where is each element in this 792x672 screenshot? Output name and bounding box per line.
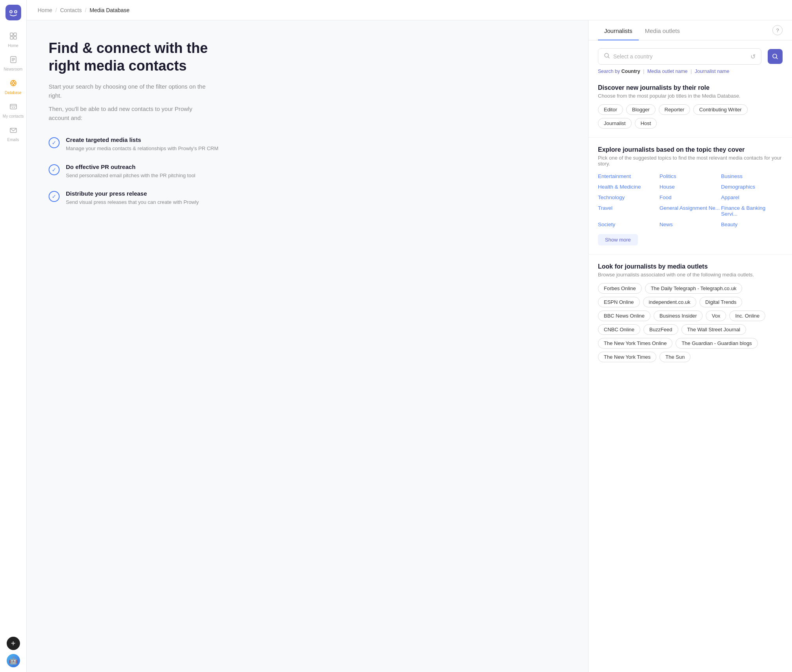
- topic-food[interactable]: Food: [659, 193, 721, 202]
- outlet-wsj[interactable]: The Wall Street Journal: [681, 324, 746, 335]
- search-bar: ↺: [598, 48, 761, 65]
- show-more-button[interactable]: Show more: [598, 234, 638, 245]
- feature-item-2: ✓ Do effective PR outreach Send personal…: [49, 163, 566, 180]
- topics-grid: Entertainment Politics Business Health &…: [598, 172, 783, 229]
- breadcrumb-contacts[interactable]: Contacts: [60, 7, 82, 13]
- roles-tags: Editor Blogger Reporter Contributing Wri…: [598, 104, 783, 129]
- feature-check-1: ✓: [49, 137, 60, 148]
- role-tag-blogger[interactable]: Blogger: [626, 104, 656, 115]
- sidebar-item-emails[interactable]: Emails: [0, 122, 26, 146]
- topic-demographics[interactable]: Demographics: [721, 183, 783, 191]
- feature-check-3: ✓: [49, 191, 60, 202]
- topic-technology[interactable]: Technology: [598, 193, 659, 202]
- outlet-digital-trends[interactable]: Digital Trends: [699, 297, 742, 307]
- outlet-nyt[interactable]: The New York Times: [598, 352, 656, 362]
- sidebar-item-database[interactable]: Database: [0, 75, 26, 99]
- outlets-section-subtitle: Browse journalists associated with one o…: [598, 272, 783, 278]
- topics-section-subtitle: Pick one of the suggested topics to find…: [598, 155, 783, 167]
- filter-journalist[interactable]: Journalist name: [695, 69, 729, 74]
- user-avatar[interactable]: 🤖: [7, 654, 20, 667]
- newsroom-icon: [9, 56, 17, 65]
- outlet-buzzfeed[interactable]: BuzzFeed: [643, 324, 678, 335]
- role-tag-journalist[interactable]: Journalist: [598, 118, 632, 129]
- feature-item-3: ✓ Distribute your press release Send vis…: [49, 190, 566, 206]
- help-button[interactable]: ?: [772, 25, 783, 35]
- contacts-icon: [9, 103, 17, 113]
- topic-beauty[interactable]: Beauty: [721, 220, 783, 229]
- home-icon: [9, 32, 17, 42]
- right-panel: Journalists Media outlets ?: [588, 20, 792, 672]
- outlet-vox[interactable]: Vox: [706, 311, 726, 321]
- sidebar-item-home[interactable]: Home: [0, 28, 26, 52]
- outlet-independent[interactable]: independent.co.uk: [643, 297, 696, 307]
- outlet-forbes[interactable]: Forbes Online: [598, 283, 642, 294]
- outlet-sun[interactable]: The Sun: [659, 352, 690, 362]
- outlet-telegraph[interactable]: The Daily Telegraph - Telegraph.co.uk: [645, 283, 742, 294]
- topic-entertainment[interactable]: Entertainment: [598, 172, 659, 180]
- feature-title-3: Distribute your press release: [66, 190, 199, 197]
- feature-desc-1: Manage your media contacts & relationshi…: [66, 145, 218, 153]
- role-tag-contributing-writer[interactable]: Contributing Writer: [693, 104, 747, 115]
- topic-finance[interactable]: Finance & Banking Servi...: [721, 204, 783, 218]
- topic-travel[interactable]: Travel: [598, 204, 659, 218]
- feature-text-1: Create targeted media lists Manage your …: [66, 136, 218, 153]
- svg-rect-5: [10, 33, 13, 36]
- topics-section: Explore journalists based on the topic t…: [589, 138, 792, 254]
- svg-rect-7: [10, 36, 13, 39]
- sidebar-item-contacts-label: My contacts: [3, 114, 24, 118]
- svg-rect-8: [14, 36, 16, 39]
- svg-point-15: [12, 82, 15, 84]
- svg-rect-0: [5, 5, 21, 20]
- main-wrapper: Home / Contacts / Media Database Find & …: [27, 0, 792, 672]
- hero-title: Find & connect with the right media cont…: [49, 39, 237, 74]
- tab-journalists[interactable]: Journalists: [598, 20, 639, 40]
- topic-general[interactable]: General Assignment Ne...: [659, 204, 721, 218]
- database-icon: [9, 79, 17, 89]
- content-area: Find & connect with the right media cont…: [27, 20, 792, 672]
- feature-item-1: ✓ Create targeted media lists Manage you…: [49, 136, 566, 153]
- outlet-guardian[interactable]: The Guardian - Guardian blogs: [676, 338, 757, 349]
- role-tag-host[interactable]: Host: [635, 118, 657, 129]
- breadcrumb-home[interactable]: Home: [38, 7, 52, 13]
- svg-line-28: [776, 58, 777, 59]
- search-input[interactable]: [613, 53, 747, 60]
- add-button[interactable]: +: [7, 637, 20, 650]
- topic-society[interactable]: Society: [598, 220, 659, 229]
- outlet-business-insider[interactable]: Business Insider: [654, 311, 703, 321]
- sidebar-item-newsroom-label: Newsroom: [4, 67, 23, 71]
- refresh-icon[interactable]: ↺: [750, 53, 756, 60]
- role-tag-editor[interactable]: Editor: [598, 104, 623, 115]
- role-tag-reporter[interactable]: Reporter: [659, 104, 690, 115]
- outlet-nyt-online[interactable]: The New York Times Online: [598, 338, 672, 349]
- topic-news[interactable]: News: [659, 220, 721, 229]
- feature-title-2: Do effective PR outreach: [66, 163, 195, 170]
- sidebar-item-emails-label: Emails: [7, 138, 19, 142]
- topic-business[interactable]: Business: [721, 172, 783, 180]
- outlet-bbc[interactable]: BBC News Online: [598, 311, 650, 321]
- outlet-cnbc[interactable]: CNBC Online: [598, 324, 640, 335]
- topic-apparel[interactable]: Apparel: [721, 193, 783, 202]
- outlet-espn[interactable]: ESPN Online: [598, 297, 640, 307]
- roles-section-title: Discover new journalists by their role: [598, 84, 783, 91]
- topic-politics[interactable]: Politics: [659, 172, 721, 180]
- feature-list: ✓ Create targeted media lists Manage you…: [49, 136, 566, 206]
- filter-country[interactable]: Country: [621, 69, 640, 74]
- svg-line-26: [608, 57, 609, 58]
- sidebar-item-contacts[interactable]: My contacts: [0, 99, 26, 122]
- sidebar: Home Newsroom Database: [0, 0, 27, 672]
- topic-health[interactable]: Health & Medicine: [598, 183, 659, 191]
- left-panel: Find & connect with the right media cont…: [27, 20, 588, 672]
- search-button[interactable]: [768, 49, 783, 64]
- filter-media-outlet[interactable]: Media outlet name: [647, 69, 688, 74]
- feature-check-2: ✓: [49, 164, 60, 175]
- svg-point-3: [10, 11, 12, 13]
- sidebar-item-newsroom[interactable]: Newsroom: [0, 52, 26, 75]
- roles-section-subtitle: Choose from the most popular job titles …: [598, 93, 783, 99]
- search-area: ↺ Search by Country | Media outlet name: [589, 40, 792, 76]
- sidebar-item-database-label: Database: [5, 91, 22, 95]
- topic-house[interactable]: House: [659, 183, 721, 191]
- emails-icon: [9, 126, 17, 136]
- app-logo[interactable]: [5, 5, 21, 28]
- tab-media-outlets[interactable]: Media outlets: [639, 20, 686, 40]
- outlet-inc[interactable]: Inc. Online: [729, 311, 765, 321]
